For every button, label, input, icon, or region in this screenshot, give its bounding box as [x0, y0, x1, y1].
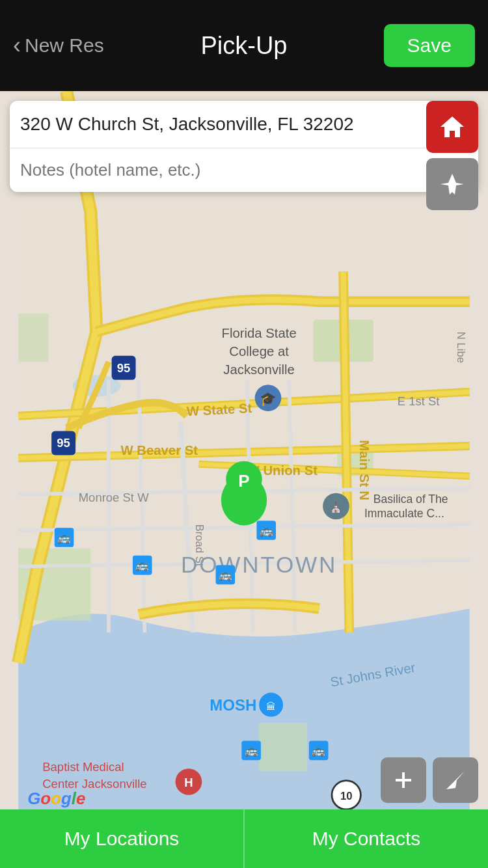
svg-text:MOSH: MOSH [210, 696, 256, 714]
plane-icon [438, 170, 467, 198]
svg-text:Florida State: Florida State [221, 326, 296, 340]
locate-icon [444, 768, 467, 792]
svg-text:🚌: 🚌 [312, 744, 325, 757]
svg-rect-6 [259, 723, 307, 771]
map-container[interactable]: 95 95 10 8th St W URBAN CORE W State St … [0, 91, 488, 809]
back-label: New Res [25, 34, 104, 57]
svg-text:🏛: 🏛 [266, 701, 276, 712]
svg-text:DOWNTOWN: DOWNTOWN [181, 552, 337, 577]
svg-text:E 1st St: E 1st St [398, 394, 440, 408]
svg-text:N Libe: N Libe [455, 332, 467, 363]
my-locations-button[interactable]: My Locations [0, 809, 245, 868]
my-contacts-button[interactable]: My Contacts [245, 809, 488, 868]
airport-button[interactable] [426, 158, 478, 210]
svg-text:🚌: 🚌 [260, 524, 273, 537]
map-svg: 95 95 10 8th St W URBAN CORE W State St … [0, 91, 488, 809]
home-icon [438, 113, 467, 141]
right-buttons [426, 101, 478, 210]
svg-text:95: 95 [57, 436, 70, 450]
svg-text:Main St N: Main St N [357, 440, 372, 500]
locate-button[interactable] [433, 757, 478, 803]
svg-text:W Beaver St: W Beaver St [120, 443, 198, 457]
svg-text:95: 95 [117, 361, 131, 375]
svg-text:🚌: 🚌 [245, 744, 258, 757]
svg-rect-5 [18, 314, 48, 362]
save-button[interactable]: Save [384, 24, 475, 67]
address-input-row: ✕ [10, 101, 478, 148]
svg-text:Center Jacksonville: Center Jacksonville [42, 777, 146, 791]
bottom-tabs: My Locations My Contacts [0, 809, 488, 868]
svg-text:Jacksonville: Jacksonville [223, 362, 295, 377]
back-chevron-icon: ‹ [13, 34, 21, 57]
svg-text:🚌: 🚌 [135, 558, 149, 572]
header: ‹ New Res Pick-Up Save [0, 0, 488, 91]
svg-text:🚌: 🚌 [57, 531, 71, 545]
svg-marker-65 [441, 116, 464, 137]
svg-text:10: 10 [340, 790, 353, 802]
svg-marker-68 [446, 771, 465, 789]
svg-text:Basilica of The: Basilica of The [373, 493, 448, 506]
page-title: Pick-Up [200, 32, 287, 60]
notes-input[interactable] [10, 148, 478, 192]
back-button[interactable]: ‹ New Res [13, 34, 104, 57]
svg-text:Immaculate C...: Immaculate C... [364, 507, 444, 520]
svg-text:Google: Google [27, 789, 85, 807]
zoom-icon [392, 768, 415, 792]
svg-text:H: H [184, 776, 193, 789]
svg-text:🚌: 🚌 [219, 568, 232, 582]
home-button[interactable] [426, 101, 478, 153]
address-input[interactable] [20, 114, 444, 135]
map-bottom-buttons [381, 757, 478, 803]
svg-text:Monroe St W: Monroe St W [79, 491, 149, 504]
svg-text:P: P [238, 472, 249, 490]
address-bar: ✕ [10, 101, 478, 192]
svg-text:Baptist Medical: Baptist Medical [42, 760, 124, 774]
svg-text:⛪: ⛪ [330, 502, 342, 513]
svg-text:College at: College at [229, 344, 289, 359]
svg-text:🎓: 🎓 [260, 391, 277, 407]
zoom-button[interactable] [381, 757, 426, 803]
